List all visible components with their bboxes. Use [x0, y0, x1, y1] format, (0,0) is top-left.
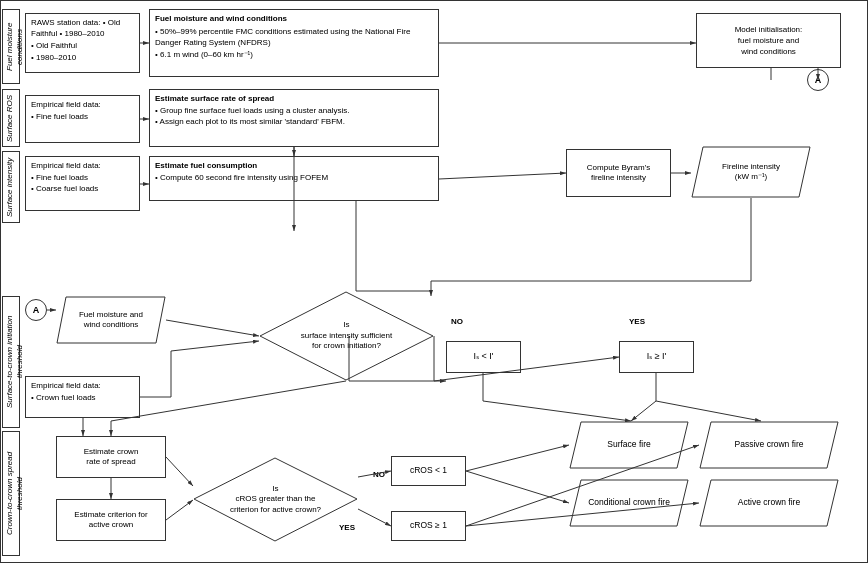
label-surface-ros: Surface ROS	[2, 89, 20, 147]
conditional-crown-shape: Conditional crown fire	[569, 479, 689, 527]
no1-label: NO	[441, 313, 473, 331]
raws-bullet2: 1980–2010	[31, 52, 134, 63]
svg-line-25	[171, 341, 259, 351]
estimate-criterion-box: Estimate criterion foractive crown	[56, 499, 166, 541]
crown-q1-text: Issurface intensity sufficientfor crown …	[296, 320, 397, 351]
svg-line-44	[631, 401, 656, 421]
surface-fire-shape: Surface fire	[569, 421, 689, 469]
emp-crown-title: Empirical field data:	[31, 380, 134, 391]
yes1-label: YES	[621, 313, 653, 331]
label-fuel-moisture: Fuel moisture conditions	[2, 9, 20, 84]
fmw2-text: Fuel moisture andwind conditions	[79, 310, 143, 331]
svg-line-47	[483, 401, 631, 421]
label-surface-intensity: Surface intensity	[2, 151, 20, 223]
est-surf-title: Estimate surface rate of spread	[155, 93, 433, 104]
estimate-surface-box: Estimate surface rate of spread Group fi…	[149, 89, 439, 147]
fmw-title: Fuel moisture and wind conditions	[155, 13, 433, 24]
is-greater-than-box: Iₛ ≥ I'	[619, 341, 694, 373]
fmw-bullet1: 50%–99% percentile FMC conditions estima…	[155, 26, 433, 48]
emp-surf-bullet1: Fine fuel loads	[31, 111, 134, 122]
svg-line-22	[166, 320, 259, 336]
svg-line-48	[111, 381, 346, 421]
active-crown-shape: Active crown fire	[699, 479, 839, 527]
label-crown-to-crown: Crown-to-crown spread threshold	[2, 431, 20, 556]
model-init-text: Model initialisation:fuel moisture andwi…	[735, 24, 803, 58]
circle-a-left: A	[25, 299, 47, 321]
empirical-crown-box: Empirical field data: Crown fuel loads	[25, 376, 140, 418]
emp-int-bullet2: Coarse fuel loads	[31, 183, 134, 194]
is-greater-text: Iₛ ≥ I'	[647, 351, 667, 363]
model-init-box: Model initialisation:fuel moisture andwi…	[696, 13, 841, 68]
label-surface-to-crown: Surface-to-crown initiation threshold	[2, 296, 20, 428]
cros-less-text: cROS < 1	[410, 465, 447, 476]
fireline-intensity-shape: Fireline intensity(kW m⁻¹)	[691, 146, 811, 198]
raws-station-box: RAWS station data: • Old Faithful • 1980…	[25, 13, 140, 73]
fireline-intensity-text: Fireline intensity(kW m⁻¹)	[722, 162, 780, 183]
svg-line-45	[656, 401, 761, 421]
fmw-bullet2: 6.1 m wind (0–60 km hr⁻¹)	[155, 49, 433, 60]
yes2-label: YES	[331, 519, 363, 537]
estimate-crown-ros-box: Estimate crownrate of spread	[56, 436, 166, 478]
fuel-moisture-box: Fuel moisture and wind conditions 50%–99…	[149, 9, 439, 77]
estimate-fuel-box: Estimate fuel consumption Compute 60 sec…	[149, 156, 439, 201]
cros-greater-text: cROS ≥ 1	[410, 520, 447, 531]
crown-q1-diamond: Issurface intensity sufficientfor crown …	[259, 291, 434, 381]
passive-crown-text: Passive crown fire	[735, 439, 804, 450]
est-surf-bullet1: Group fine surface fuel loads using a cl…	[155, 105, 433, 116]
surface-fire-text: Surface fire	[607, 439, 650, 450]
conditional-crown-text: Conditional crown fire	[588, 497, 670, 508]
emp-crown-bullet1: Crown fuel loads	[31, 392, 134, 403]
emp-int-title: Empirical field data:	[31, 160, 134, 171]
est-surf-bullet2: Assign each plot to its most similar 'st…	[155, 116, 433, 127]
circle-a-top: A	[807, 69, 829, 91]
est-fuel-title: Estimate fuel consumption	[155, 160, 433, 171]
is-less-than-box: Iₛ < I'	[446, 341, 521, 373]
compute-byram-text: Compute Byram'sfireline intensity	[587, 163, 650, 184]
est-criterion-text: Estimate criterion foractive crown	[74, 510, 147, 531]
est-fuel-bullet1: Compute 60 second fire intensity using F…	[155, 172, 433, 183]
fuel-moisture-wind2-shape: Fuel moisture andwind conditions	[56, 296, 166, 344]
diagram-container: Fuel moisture conditions Surface ROS Sur…	[0, 0, 868, 563]
emp-surf-title: Empirical field data:	[31, 99, 134, 110]
svg-line-16	[439, 173, 566, 179]
empirical-surface-box: Empirical field data: Fine fuel loads	[25, 95, 140, 143]
cros-greater-box: cROS ≥ 1	[391, 511, 466, 541]
svg-line-37	[466, 471, 569, 503]
raws-title: RAWS station data: • Old Faithful • 1980…	[31, 17, 134, 39]
empirical-intensity-box: Empirical field data: Fine fuel loads Co…	[25, 156, 140, 211]
passive-crown-shape: Passive crown fire	[699, 421, 839, 469]
svg-line-32	[166, 500, 193, 520]
crown-q2-text: IscROS greater than thecriterion for act…	[225, 484, 326, 515]
est-crown-ros-text: Estimate crownrate of spread	[84, 447, 139, 468]
is-less-text: Iₛ < I'	[474, 351, 494, 363]
svg-line-33	[166, 457, 193, 486]
emp-int-bullet1: Fine fuel loads	[31, 172, 134, 183]
compute-byram-box: Compute Byram'sfireline intensity	[566, 149, 671, 197]
svg-line-36	[466, 445, 569, 471]
active-crown-text: Active crown fire	[738, 497, 800, 508]
cros-less-box: cROS < 1	[391, 456, 466, 486]
raws-bullet1: Old Faithful	[31, 40, 134, 51]
